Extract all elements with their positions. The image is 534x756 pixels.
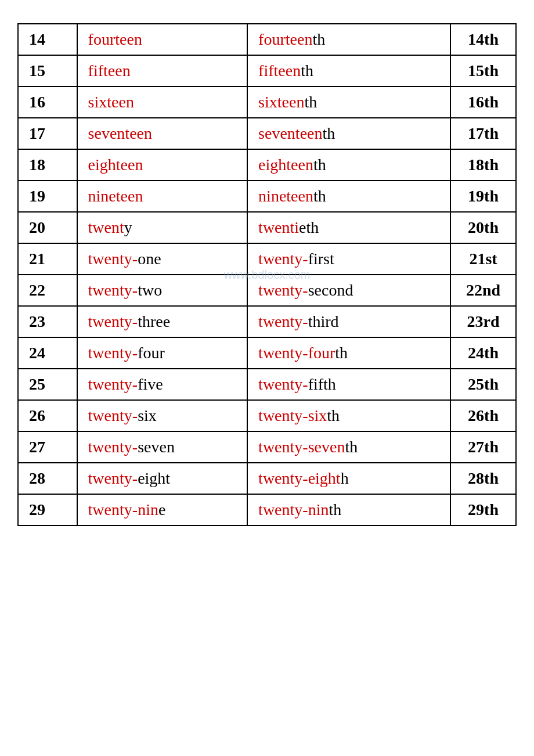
ordinal-word-cell: twenty-fourth bbox=[247, 337, 450, 369]
word-cell: twenty-one bbox=[77, 243, 248, 275]
number-cell: 19 bbox=[18, 181, 77, 212]
abbr-cell: 27th bbox=[450, 431, 516, 463]
abbr-cell: 19th bbox=[450, 181, 516, 212]
number-cell: 27 bbox=[18, 431, 77, 463]
number-cell: 17 bbox=[18, 118, 77, 149]
number-cell: 24 bbox=[18, 337, 77, 369]
word-cell: eighteen bbox=[77, 149, 248, 181]
word-cell: twenty bbox=[77, 212, 248, 243]
abbr-cell: 18th bbox=[450, 149, 516, 181]
number-cell: 18 bbox=[18, 149, 77, 181]
ordinal-word-cell: nineteenth bbox=[247, 181, 450, 212]
word-cell: twenty-six bbox=[77, 400, 248, 431]
table-row: 25 twenty-five twenty-fifth 25th bbox=[18, 369, 516, 400]
ordinal-word-cell: twenty-fifth bbox=[247, 369, 450, 400]
number-cell: 16 bbox=[18, 87, 77, 118]
abbr-cell: 26th bbox=[450, 400, 516, 431]
word-cell: twenty-eight bbox=[77, 463, 248, 494]
abbr-cell: 22nd bbox=[450, 275, 516, 306]
word-cell: fifteen bbox=[77, 55, 248, 87]
table-row: 26 twenty-six twenty-sixth 26th bbox=[18, 400, 516, 431]
ordinal-word-cell: twenty-first bbox=[247, 243, 450, 275]
numbers-table: 14 fourteen fourteenth 14th 15 fifteen f… bbox=[17, 23, 517, 526]
table-row: 14 fourteen fourteenth 14th bbox=[18, 24, 516, 55]
ordinal-word-cell: sixteenth bbox=[247, 87, 450, 118]
abbr-cell: 14th bbox=[450, 24, 516, 55]
abbr-cell: 29th bbox=[450, 494, 516, 525]
ordinal-word-cell: twenty-seventh bbox=[247, 431, 450, 463]
table-row: 21 twenty-one twenty-first 21st bbox=[18, 243, 516, 275]
word-cell: twenty-three bbox=[77, 306, 248, 337]
word-cell: sixteen bbox=[77, 87, 248, 118]
abbr-cell: 17th bbox=[450, 118, 516, 149]
ordinal-word-cell: eighteenth bbox=[247, 149, 450, 181]
ordinal-word-cell: twenty-eighth bbox=[247, 463, 450, 494]
abbr-cell: 21st bbox=[450, 243, 516, 275]
table-row: 28 twenty-eight twenty-eighth 28th bbox=[18, 463, 516, 494]
word-cell: nineteen bbox=[77, 181, 248, 212]
ordinal-word-cell: fifteenth bbox=[247, 55, 450, 87]
number-cell: 21 bbox=[18, 243, 77, 275]
table-row: 27 twenty-seven twenty-seventh 27th bbox=[18, 431, 516, 463]
word-cell: twenty-two bbox=[77, 275, 248, 306]
ordinal-word-cell: twenty-second bbox=[247, 275, 450, 306]
table-row: 18 eighteen eighteenth 18th bbox=[18, 149, 516, 181]
table-row: 20 twenty twentieth 20th bbox=[18, 212, 516, 243]
table-row: 15 fifteen fifteenth 15th bbox=[18, 55, 516, 87]
word-cell: twenty-nine bbox=[77, 494, 248, 525]
number-cell: 14 bbox=[18, 24, 77, 55]
abbr-cell: 20th bbox=[450, 212, 516, 243]
main-container: www.bdlocx.com 14 fourteen fourteenth 14… bbox=[17, 23, 517, 526]
abbr-cell: 16th bbox=[450, 87, 516, 118]
ordinal-word-cell: fourteenth bbox=[247, 24, 450, 55]
number-cell: 28 bbox=[18, 463, 77, 494]
word-cell: twenty-five bbox=[77, 369, 248, 400]
number-cell: 25 bbox=[18, 369, 77, 400]
ordinal-word-cell: twenty-third bbox=[247, 306, 450, 337]
table-row: 23 twenty-three twenty-third 23rd bbox=[18, 306, 516, 337]
number-cell: 29 bbox=[18, 494, 77, 525]
abbr-cell: 28th bbox=[450, 463, 516, 494]
number-cell: 23 bbox=[18, 306, 77, 337]
table-row: 19 nineteen nineteenth 19th bbox=[18, 181, 516, 212]
table-row: 24 twenty-four twenty-fourth 24th bbox=[18, 337, 516, 369]
abbr-cell: 15th bbox=[450, 55, 516, 87]
word-cell: twenty-seven bbox=[77, 431, 248, 463]
abbr-cell: 24th bbox=[450, 337, 516, 369]
word-cell: fourteen bbox=[77, 24, 248, 55]
abbr-cell: 25th bbox=[450, 369, 516, 400]
ordinal-word-cell: twenty-sixth bbox=[247, 400, 450, 431]
word-cell: seventeen bbox=[77, 118, 248, 149]
number-cell: 15 bbox=[18, 55, 77, 87]
table-row: 22 twenty-two twenty-second 22nd bbox=[18, 275, 516, 306]
number-cell: 20 bbox=[18, 212, 77, 243]
word-cell: twenty-four bbox=[77, 337, 248, 369]
ordinal-word-cell: twentieth bbox=[247, 212, 450, 243]
abbr-cell: 23rd bbox=[450, 306, 516, 337]
number-cell: 26 bbox=[18, 400, 77, 431]
table-row: 16 sixteen sixteenth 16th bbox=[18, 87, 516, 118]
ordinal-word-cell: seventeenth bbox=[247, 118, 450, 149]
ordinal-word-cell: twenty-ninth bbox=[247, 494, 450, 525]
number-cell: 22 bbox=[18, 275, 77, 306]
table-row: 29 twenty-nine twenty-ninth 29th bbox=[18, 494, 516, 525]
table-row: 17 seventeen seventeenth 17th bbox=[18, 118, 516, 149]
